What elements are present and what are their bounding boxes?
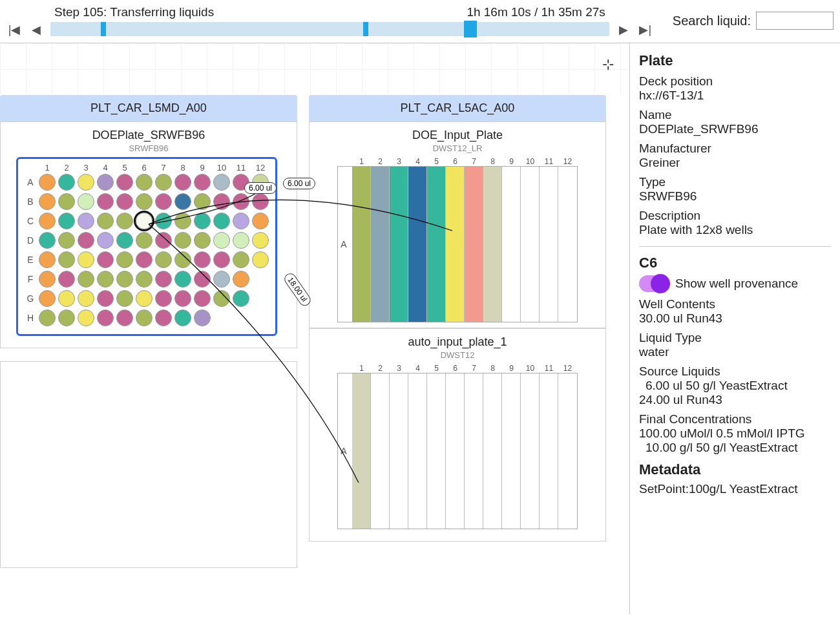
well-G10[interactable] [213, 290, 230, 307]
timeline-first-button[interactable]: |◀ [6, 22, 22, 37]
well-D8[interactable] [174, 232, 191, 249]
well-B7[interactable] [155, 193, 172, 210]
trough-A9[interactable] [502, 373, 521, 529]
timeline-prev-button[interactable]: ◀ [28, 22, 44, 37]
well-B9[interactable] [194, 193, 211, 210]
well-D1[interactable] [39, 232, 56, 249]
search-input[interactable] [756, 12, 834, 30]
well-G3[interactable] [78, 290, 94, 307]
well-G6[interactable] [136, 290, 152, 307]
well-G1[interactable] [39, 290, 56, 307]
well-H3[interactable] [78, 310, 94, 326]
well-D6[interactable] [136, 232, 152, 249]
well-F9[interactable] [194, 271, 211, 288]
well-F3[interactable] [78, 271, 94, 288]
well-E4[interactable] [97, 251, 114, 268]
well-H2[interactable] [58, 310, 75, 326]
well-A1[interactable] [39, 174, 56, 191]
well-D9[interactable] [194, 232, 211, 249]
well-C1[interactable] [39, 213, 56, 229]
well-A7[interactable] [155, 174, 172, 191]
trough-A8[interactable] [483, 167, 502, 322]
trough-A3[interactable] [390, 167, 408, 322]
well-B11[interactable] [233, 193, 249, 210]
collapse-icon[interactable]: ⊹ [602, 56, 614, 73]
trough-plate-input[interactable]: 123456789101112A [315, 157, 600, 322]
well-F4[interactable] [97, 271, 114, 288]
trough-A12[interactable] [558, 167, 577, 322]
well-D2[interactable] [58, 232, 75, 249]
trough-A5[interactable] [427, 167, 446, 322]
well-H1[interactable] [39, 310, 56, 326]
trough-A4[interactable] [408, 373, 427, 529]
trough-A8[interactable] [483, 373, 502, 529]
well-B8[interactable] [174, 193, 191, 210]
trough-A7[interactable] [465, 373, 483, 529]
well-D10[interactable] [213, 232, 230, 249]
well-E9[interactable] [194, 251, 211, 268]
well-C4[interactable] [97, 213, 114, 229]
well-C3[interactable] [78, 213, 94, 229]
well-H4[interactable] [97, 310, 114, 326]
well-B10[interactable] [213, 193, 230, 210]
well-E11[interactable] [233, 251, 249, 268]
well-F2[interactable] [58, 271, 75, 288]
well-E2[interactable] [58, 251, 75, 268]
well-E10[interactable] [213, 251, 230, 268]
well-A6[interactable] [136, 174, 152, 191]
well-D4[interactable] [97, 232, 114, 249]
provenance-toggle[interactable] [639, 275, 669, 292]
trough-plate-auto[interactable]: 123456789101112A [315, 364, 600, 529]
well-B12[interactable] [252, 193, 269, 210]
plate-96-well[interactable]: 123456789101112ABCDEFGH [16, 157, 277, 336]
well-D12[interactable] [252, 232, 269, 249]
well-E7[interactable] [155, 251, 172, 268]
well-A8[interactable] [174, 174, 191, 191]
well-D11[interactable] [233, 232, 249, 249]
trough-A3[interactable] [390, 373, 408, 529]
well-B2[interactable] [58, 193, 75, 210]
well-E6[interactable] [136, 251, 152, 268]
trough-A2[interactable] [371, 167, 390, 322]
well-C6[interactable] [136, 213, 152, 229]
well-F5[interactable] [116, 271, 133, 288]
trough-A6[interactable] [446, 167, 465, 322]
well-G7[interactable] [155, 290, 172, 307]
well-H7[interactable] [155, 310, 172, 326]
well-B4[interactable] [97, 193, 114, 210]
well-A3[interactable] [78, 174, 94, 191]
well-G4[interactable] [97, 290, 114, 307]
trough-A11[interactable] [540, 373, 558, 529]
well-H8[interactable] [174, 310, 191, 326]
well-C9[interactable] [194, 213, 211, 229]
well-C7[interactable] [155, 213, 172, 229]
timeline-next-button[interactable]: ▶ [616, 22, 631, 37]
trough-A9[interactable] [502, 167, 521, 322]
well-C8[interactable] [174, 213, 191, 229]
well-G8[interactable] [174, 290, 191, 307]
well-B6[interactable] [136, 193, 152, 210]
well-E1[interactable] [39, 251, 56, 268]
well-A10[interactable] [213, 174, 230, 191]
well-G2[interactable] [58, 290, 75, 307]
well-C5[interactable] [116, 213, 133, 229]
well-B3[interactable] [78, 193, 94, 210]
well-G9[interactable] [194, 290, 211, 307]
trough-A10[interactable] [521, 373, 540, 529]
well-A9[interactable] [194, 174, 211, 191]
well-F11[interactable] [233, 271, 249, 288]
well-A2[interactable] [58, 174, 75, 191]
well-D3[interactable] [78, 232, 94, 249]
well-F7[interactable] [155, 271, 172, 288]
well-H9[interactable] [194, 310, 211, 326]
trough-A1[interactable] [352, 167, 371, 322]
well-E8[interactable] [174, 251, 191, 268]
well-F6[interactable] [136, 271, 152, 288]
trough-A7[interactable] [465, 167, 483, 322]
well-G5[interactable] [116, 290, 133, 307]
well-D5[interactable] [116, 232, 133, 249]
timeline-thumb[interactable] [464, 21, 477, 37]
well-E3[interactable] [78, 251, 94, 268]
well-C11[interactable] [233, 213, 249, 229]
well-G11[interactable] [233, 290, 249, 307]
